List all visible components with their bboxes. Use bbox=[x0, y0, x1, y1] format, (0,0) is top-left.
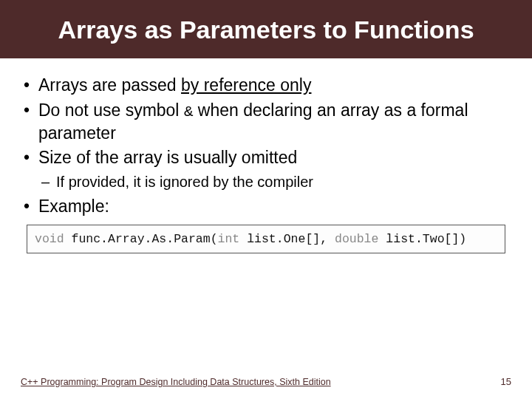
bullet-3: Size of the array is usually omitted If … bbox=[21, 147, 511, 191]
ampersand-symbol: & bbox=[184, 103, 194, 120]
sub-bullet-1-text: If provided, it is ignored by the compil… bbox=[56, 174, 313, 190]
code-param-2: list.Two[]) bbox=[378, 232, 466, 246]
bullet-1-text-pre: Arrays are passed bbox=[38, 75, 181, 95]
keyword-double: double bbox=[335, 232, 378, 246]
sub-bullet-1: If provided, it is ignored by the compil… bbox=[38, 172, 511, 191]
bullet-3-text: Size of the array is usually omitted bbox=[38, 148, 297, 167]
content-area: Arrays are passed by reference only Do n… bbox=[0, 58, 532, 399]
bullet-4: Example: bbox=[21, 196, 511, 217]
bullet-4-text: Example: bbox=[38, 197, 109, 216]
sub-bullet-list: If provided, it is ignored by the compil… bbox=[38, 172, 511, 191]
title-bar: Arrays as Parameters to Functions bbox=[0, 0, 532, 58]
code-example: void func.Array.As.Param(int list.One[],… bbox=[27, 225, 505, 253]
footer-text: C++ Programming: Program Design Includin… bbox=[21, 377, 331, 387]
slide: Arrays as Parameters to Functions Arrays… bbox=[0, 0, 532, 399]
bullet-list: Arrays are passed by reference only Do n… bbox=[21, 75, 511, 217]
footer: C++ Programming: Program Design Includin… bbox=[0, 376, 532, 387]
keyword-int: int bbox=[218, 232, 240, 246]
slide-title: Arrays as Parameters to Functions bbox=[15, 16, 517, 44]
bullet-1-underlined: by reference only bbox=[181, 75, 311, 95]
bullet-1: Arrays are passed by reference only bbox=[21, 75, 511, 96]
code-param-1: list.One[], bbox=[239, 232, 335, 246]
bullet-2-text-pre: Do not use symbol bbox=[38, 100, 184, 120]
keyword-void: void bbox=[35, 232, 64, 246]
page-number: 15 bbox=[501, 376, 511, 387]
code-fn-name: func.Array.As.Param( bbox=[64, 232, 218, 246]
bullet-2: Do not use symbol & when declaring an ar… bbox=[21, 100, 511, 144]
